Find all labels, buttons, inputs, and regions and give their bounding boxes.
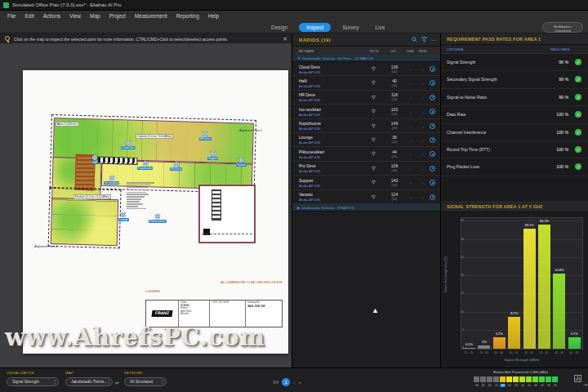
ap-marker[interactable]: Lounge bbox=[118, 212, 129, 221]
no-adapters-button[interactable]: No Adapters Connected bbox=[542, 22, 583, 33]
adapter-line2: Connected bbox=[543, 29, 582, 33]
chart-x-tick: -65 - -60 bbox=[491, 351, 506, 354]
ap-marker[interactable]: Iso neukkari bbox=[104, 176, 119, 185]
legend-swatch bbox=[532, 376, 538, 382]
ap-marker[interactable]: Varasto bbox=[236, 158, 247, 167]
criteria-label: Signal-to-Noise Ratio bbox=[447, 95, 487, 100]
hint-banner: Click on the map to inspect the selected… bbox=[0, 33, 292, 44]
ap-name: Cloud Devs bbox=[299, 65, 320, 69]
radio-row[interactable]: HR DevsAruba AP-635116(20)-- bbox=[292, 91, 440, 105]
channel-value: 40 bbox=[389, 78, 400, 83]
banner-close-icon[interactable]: ✕ bbox=[283, 36, 287, 42]
menu-file[interactable]: File bbox=[7, 13, 16, 19]
radio-row[interactable]: Cloud DevsAruba AP-635136(20)-- bbox=[292, 62, 440, 76]
locate-on-map-icon[interactable] bbox=[430, 151, 435, 157]
ap-marker[interactable]: Pikkuneukkari bbox=[149, 214, 167, 223]
locate-on-map-icon[interactable] bbox=[430, 180, 435, 185]
pass-check-icon: ✓ bbox=[575, 111, 581, 118]
locate-on-map-icon[interactable] bbox=[430, 123, 435, 129]
ap-marker[interactable]: Support bbox=[207, 151, 218, 160]
radio-row[interactable]: LoungeAruba AP-63536(20)-- bbox=[292, 133, 440, 147]
locate-on-map-icon[interactable] bbox=[430, 137, 435, 143]
radio-group-header-collapsed[interactable]: ▶ Jakobstadin Toimisto - 9 RADIOS bbox=[292, 204, 440, 212]
rssi-value: - bbox=[419, 109, 427, 114]
menu-map[interactable]: Map bbox=[90, 13, 100, 19]
more-icon[interactable]: ⋯ bbox=[431, 37, 436, 42]
ap-marker-label: Pikkuneukkari bbox=[149, 220, 167, 223]
rssi-value: - bbox=[419, 152, 427, 157]
app-icon bbox=[3, 2, 9, 8]
pagination-last-icon[interactable]: » bbox=[298, 380, 301, 385]
menu-project[interactable]: Project bbox=[109, 13, 126, 19]
chart-bar-value: 8.7% bbox=[506, 311, 523, 315]
ap-marker[interactable]: Halli bbox=[91, 155, 98, 164]
map-area[interactable]: Area 1 (110 m²) Cubicle (1.0 m / 3.0 dB/… bbox=[0, 33, 292, 368]
ap-marker[interactable]: Pro Devs bbox=[170, 162, 182, 171]
pass-check-icon: ✓ bbox=[575, 129, 581, 136]
menu-actions[interactable]: Actions bbox=[43, 13, 60, 19]
locate-on-map-icon[interactable] bbox=[430, 194, 435, 200]
requirement-row: Round Trip Time (RTT)100 %✓ bbox=[441, 141, 588, 158]
ap-marker-label: Kopiohuone bbox=[137, 167, 153, 170]
tab-inspect[interactable]: Inspect bbox=[299, 23, 331, 32]
snr-value: - bbox=[407, 167, 415, 172]
legend-swatch bbox=[487, 376, 492, 382]
ap-marker[interactable]: Cloud Devs bbox=[121, 140, 136, 149]
radio-row[interactable]: KopiohuoneAruba AP-635149(20)-- bbox=[292, 119, 440, 133]
chart-bar-value: 20.8% bbox=[550, 268, 568, 272]
pass-check-icon: ✓ bbox=[575, 163, 581, 170]
locate-on-map-icon[interactable] bbox=[430, 66, 435, 72]
radio-row[interactable]: SupportAruba AP-635140(20)-- bbox=[292, 176, 440, 189]
tab-live[interactable]: Live bbox=[370, 23, 390, 32]
ap-model: Aruba AP-635 bbox=[299, 198, 320, 202]
tab-design[interactable]: Design bbox=[266, 23, 292, 32]
locate-on-map-icon[interactable] bbox=[430, 166, 435, 172]
pagination-next-icon[interactable]: › bbox=[293, 380, 295, 385]
ap-marker-label: Varasto bbox=[236, 163, 247, 167]
locate-on-map-icon[interactable] bbox=[430, 109, 435, 114]
radio-row[interactable]: HalliAruba AP-63540(20)-- bbox=[292, 76, 440, 90]
radio-row[interactable]: VarastoAruba AP-635124(20)-- bbox=[292, 190, 440, 204]
chart-y-tick: 0 bbox=[462, 346, 464, 350]
menu-edit[interactable]: Edit bbox=[24, 13, 33, 19]
pagination-current-page[interactable]: 1 bbox=[282, 378, 290, 386]
tab-survey[interactable]: Survey bbox=[337, 23, 363, 32]
floor-plan-page[interactable]: Area 1 (110 m²) Cubicle (1.0 m / 3.0 dB/… bbox=[23, 70, 288, 354]
histogram-icon[interactable] bbox=[574, 375, 581, 382]
ap-model: Aruba AP-635 bbox=[299, 184, 320, 188]
ap-marker[interactable]: Kopiohuone bbox=[137, 161, 153, 170]
col-snr: SNR bbox=[407, 49, 414, 53]
filter-icon[interactable] bbox=[421, 37, 427, 42]
radio-row[interactable]: Pro DevsAruba AP-635108(20)-- bbox=[292, 162, 440, 176]
menu-view[interactable]: View bbox=[69, 13, 81, 19]
menu-reporting[interactable]: Reporting bbox=[176, 13, 199, 19]
ap-marker-label: HR Devs bbox=[199, 137, 212, 140]
search-icon[interactable] bbox=[412, 37, 417, 42]
visualization-dropdown[interactable]: Signal Strength▴▾ bbox=[7, 377, 59, 386]
collapse-panel-icon[interactable]: ⇥ bbox=[583, 381, 587, 387]
map-sync-icon[interactable]: ⇄ bbox=[115, 380, 119, 385]
menu-help[interactable]: Help bbox=[208, 13, 219, 19]
dashed-line bbox=[202, 234, 252, 234]
note-line bbox=[127, 185, 151, 186]
radio-group-header[interactable]: ▼ Jakobstadin Toimisto, 3rd Floor - 10 R… bbox=[292, 55, 440, 62]
radio-row[interactable]: Iso neukkariAruba AP-635100(20)-- bbox=[292, 105, 440, 118]
locate-on-map-icon[interactable] bbox=[430, 80, 435, 86]
locate-on-map-icon[interactable] bbox=[430, 95, 435, 100]
channel-value: 124 bbox=[389, 192, 400, 197]
wifi-tech-icon bbox=[371, 109, 376, 114]
note-line bbox=[127, 182, 154, 184]
wifi-tech-icon bbox=[371, 123, 376, 128]
legend-value: -67 bbox=[500, 384, 506, 387]
ap-name: HR Devs bbox=[299, 92, 315, 97]
legend-swatch bbox=[480, 376, 486, 382]
legend-value: -46 bbox=[532, 384, 538, 387]
network-dropdown[interactable]: All Simulated▴▾ bbox=[124, 377, 167, 386]
legend-swatch bbox=[513, 376, 519, 382]
ap-marker[interactable]: HR Devs bbox=[199, 131, 212, 140]
watermark: www.AhrefsPC.com bbox=[5, 323, 265, 351]
menu-measurement[interactable]: Measurement bbox=[135, 13, 167, 19]
map-dropdown[interactable]: Jakobstadin Toimis...▴▾ bbox=[65, 377, 113, 386]
toolbar: DesignInspectSurveyLive No Adapters Conn… bbox=[0, 21, 588, 33]
radio-row[interactable]: PikkuneukkariAruba AP-63544(20)-- bbox=[292, 147, 440, 161]
